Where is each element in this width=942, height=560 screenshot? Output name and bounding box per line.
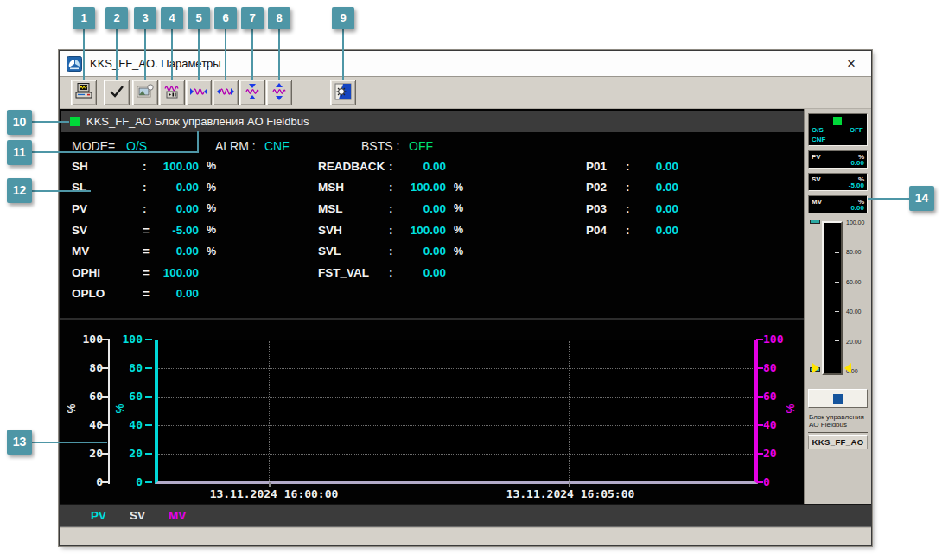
callout-7: 7 <box>241 7 264 29</box>
legend-item-pv[interactable]: PV <box>91 509 106 522</box>
legend-item-mv[interactable]: MV <box>169 509 186 522</box>
axis-tick <box>756 453 763 455</box>
mv-axis-label: 0 <box>763 474 803 490</box>
callout-12: 12 <box>7 178 32 203</box>
callout-9: 9 <box>332 7 354 29</box>
param-column-2: READBACK:0.00 MSH:100.00% MSL:0.00% SVH:… <box>318 156 463 283</box>
snapshot-icon <box>137 84 154 102</box>
axis-tick <box>756 396 763 398</box>
axis-tick <box>102 367 108 369</box>
setpoint-pointer-right[interactable] <box>844 363 851 373</box>
faceplate-stop-button[interactable] <box>808 389 868 408</box>
gauge-tick <box>835 340 839 341</box>
faceplate: O/S OFF CNF PV % 0.00 SV % -5.00 MV % <box>804 109 871 504</box>
trend-expand-vertical-icon <box>271 83 288 103</box>
callout-14: 14 <box>909 186 934 211</box>
mode-value[interactable]: O/S <box>126 136 147 156</box>
theme-toggle-button[interactable] <box>330 80 356 105</box>
pv-axis-label: 100 <box>110 332 143 347</box>
bsts-label: BSTS : <box>361 136 399 156</box>
trend-compress-vertical-button[interactable] <box>239 80 265 105</box>
mv-axis-unit: % <box>785 402 797 416</box>
sv-axis-label: 0 <box>70 474 103 490</box>
gridline-h <box>158 425 754 426</box>
param-row-sh: SH:100.00% <box>72 156 216 177</box>
callout-line-6 <box>225 28 226 80</box>
print-screen-button[interactable] <box>71 80 97 105</box>
pv-axis-label: 80 <box>110 360 143 376</box>
callout-line-13 <box>31 442 107 443</box>
callout-line-9 <box>342 28 344 80</box>
axis-tick <box>756 367 763 369</box>
sv-axis-label: 20 <box>70 446 103 461</box>
param-row-p04: P04:0.00 <box>586 220 678 241</box>
callout-1: 1 <box>73 7 95 29</box>
window-content: KKS_FF_AO Блок управления AO Fieldbus MO… <box>60 109 871 504</box>
gauge-tick <box>835 282 839 283</box>
trend-compress-horizontal-button[interactable] <box>186 80 212 105</box>
axis-tick <box>145 339 152 340</box>
callout-8: 8 <box>268 7 290 29</box>
faceplate-sv-box: SV % -5.00 <box>808 173 868 191</box>
high-limit-marker[interactable] <box>810 220 820 224</box>
callout-line-10 <box>31 121 69 123</box>
param-row-readback: READBACK:0.00 <box>318 156 463 177</box>
param-row-p01: P01:0.00 <box>586 156 678 177</box>
callout-11: 11 <box>7 140 32 165</box>
mv-axis-label: 80 <box>763 360 803 376</box>
pv-axis-label: 20 <box>110 446 143 461</box>
gauge-scale-label: 60.00 <box>846 278 874 286</box>
callout-2: 2 <box>105 7 128 29</box>
mv-axis-label: 20 <box>763 446 803 461</box>
faceplate-pv-box: PV % 0.00 <box>808 150 868 169</box>
sv-axis-unit: % <box>66 402 78 416</box>
param-row-oplo: OPLO=0.00 <box>72 283 216 305</box>
gridline-v <box>269 341 270 481</box>
titlebar: KKS_FF_AO. Параметры × <box>60 51 871 77</box>
mv-axis-label: 100 <box>763 332 803 347</box>
gridline-v <box>569 341 570 481</box>
callout-line-11 <box>31 151 199 153</box>
trend-expand-horizontal-button[interactable] <box>213 80 239 105</box>
sv-axis-label: 40 <box>70 417 103 433</box>
parameter-panel: KKS_FF_AO Блок управления AO Fieldbus MO… <box>60 109 804 504</box>
callout-line-1 <box>83 28 85 80</box>
sv-axis-label: 80 <box>70 360 103 376</box>
axis-tick <box>756 424 763 426</box>
callout-3: 3 <box>134 7 156 29</box>
gauge-scale-label: 40.00 <box>846 308 874 315</box>
apply-button[interactable] <box>104 80 130 105</box>
callout-line-5 <box>198 28 200 80</box>
pv-axis-unit: % <box>114 402 126 416</box>
param-row-p03: P03:0.00 <box>586 198 678 220</box>
trend-compress-horizontal-icon <box>189 84 208 102</box>
snapshot-button[interactable] <box>132 80 158 105</box>
trend-compress-vertical-icon <box>244 83 261 103</box>
faceplate-state: OFF <box>850 126 863 134</box>
gauge-scale-label: 100.00 <box>846 219 874 226</box>
close-button[interactable]: × <box>838 53 864 75</box>
alrm-label: ALRM : <box>215 136 256 156</box>
axis-tick <box>145 424 152 426</box>
callout-line-4 <box>171 28 173 80</box>
param-column-1: SH:100.00% SL:0.00% PV:0.00% SV=-5.00% M… <box>72 156 216 304</box>
legend-item-sv[interactable]: SV <box>130 509 145 522</box>
window-title: KKS_FF_AO. Параметры <box>90 57 838 70</box>
screen-print-icon <box>74 83 93 102</box>
gauge-scale-label: 80.00 <box>846 248 874 256</box>
callout-line-2 <box>116 28 118 80</box>
param-row-msh: MSH:100.00% <box>318 177 463 199</box>
mode-status-row: MODE= O/S ALRM : CNF BSTS : OFF <box>60 136 804 156</box>
callout-4: 4 <box>161 7 183 29</box>
axis-tick <box>145 481 152 483</box>
param-row-ophi: OPHI=100.00 <box>72 262 216 283</box>
param-column-3: P01:0.00 P02:0.00 P03:0.00 P04:0.00 <box>586 156 678 240</box>
trend-pause-button[interactable] <box>159 80 185 105</box>
trend-legend: PV SV MV <box>60 504 871 526</box>
setpoint-pointer-left[interactable] <box>812 363 819 373</box>
trend-expand-vertical-button[interactable] <box>266 80 292 105</box>
callout-line-3 <box>144 28 146 80</box>
callout-line-7 <box>251 28 253 80</box>
parameters-window: KKS_FF_AO. Параметры × <box>59 50 872 546</box>
faceplate-status-box: O/S OFF CNF <box>808 113 868 146</box>
